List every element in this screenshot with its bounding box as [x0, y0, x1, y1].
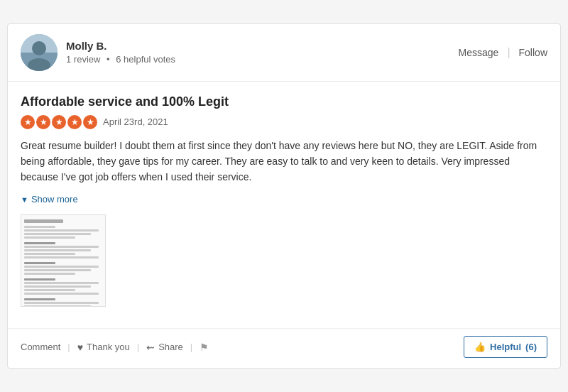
- show-more-arrow: ▼: [21, 195, 28, 204]
- star-4: ★: [67, 115, 82, 129]
- doc-line: [24, 236, 75, 239]
- header-actions: Message | Follow: [459, 46, 547, 59]
- comment-action[interactable]: Comment: [21, 342, 60, 352]
- show-more-label: Show more: [31, 194, 78, 205]
- helpful-count: (6): [525, 342, 537, 352]
- heart-icon: ♥: [77, 342, 83, 353]
- doc-line: [24, 229, 99, 232]
- doc-preview: [21, 215, 105, 306]
- user-details: Molly B. 1 review • 6 helpful votes: [66, 40, 175, 65]
- doc-line: [24, 246, 99, 248]
- doc-line: [24, 249, 91, 251]
- helpful-button[interactable]: 👍 Helpful (6): [464, 336, 547, 358]
- doc-line: [24, 273, 75, 275]
- follow-link[interactable]: Follow: [519, 47, 547, 58]
- thumbs-up-icon: 👍: [474, 342, 486, 352]
- star-2: ★: [36, 115, 50, 129]
- doc-line: [24, 302, 99, 304]
- star-1: ★: [21, 115, 35, 129]
- dot-separator: •: [106, 54, 110, 65]
- doc-line: [24, 298, 55, 300]
- actions-divider: |: [507, 46, 510, 59]
- review-card: Molly B. 1 review • 6 helpful votes Mess…: [7, 23, 561, 369]
- doc-line: [24, 269, 91, 271]
- helpful-label: Helpful: [490, 342, 521, 352]
- thank-you-label: Thank you: [87, 342, 130, 352]
- review-footer: Comment | ♥ Thank you | ⇜ Share | ⚑ 👍 He…: [8, 328, 560, 368]
- comment-label: Comment: [21, 342, 60, 352]
- sep-2: |: [137, 342, 139, 352]
- doc-line: [24, 293, 99, 295]
- review-stars-row: ★ ★ ★ ★ ★ April 23rd, 2021: [21, 115, 547, 129]
- doc-section: [24, 242, 102, 258]
- sep-1: |: [67, 342, 70, 352]
- doc-thumbnail[interactable]: [21, 214, 106, 307]
- doc-line: [24, 285, 91, 288]
- share-icon: ⇜: [146, 342, 155, 353]
- doc-line: [24, 219, 63, 223]
- doc-section: [24, 262, 102, 275]
- share-label: Share: [158, 342, 183, 352]
- flag-icon[interactable]: ⚑: [200, 342, 209, 353]
- user-info: Molly B. 1 review • 6 helpful votes: [21, 34, 175, 71]
- doc-line: [24, 305, 91, 307]
- user-name: Molly B.: [66, 40, 175, 52]
- doc-line: [24, 282, 99, 284]
- message-link[interactable]: Message: [459, 47, 499, 58]
- review-body: Affordable service and 100% Legit ★ ★ ★ …: [8, 82, 560, 329]
- user-header: Molly B. 1 review • 6 helpful votes Mess…: [8, 24, 560, 82]
- doc-line: [24, 242, 55, 244]
- review-title: Affordable service and 100% Legit: [21, 94, 547, 109]
- sep-3: |: [190, 342, 192, 352]
- user-meta: 1 review • 6 helpful votes: [66, 54, 175, 65]
- svg-point-2: [32, 41, 46, 55]
- doc-line: [24, 226, 55, 228]
- review-text: Great resume builder! I doubt them at fi…: [21, 138, 547, 185]
- star-rating: ★ ★ ★ ★ ★: [21, 115, 97, 129]
- doc-line: [24, 262, 55, 264]
- footer-left: Comment | ♥ Thank you | ⇜ Share | ⚑: [21, 342, 209, 353]
- doc-section: [24, 298, 102, 307]
- star-3: ★: [52, 115, 66, 129]
- doc-line: [24, 266, 99, 268]
- doc-line: [24, 289, 75, 291]
- doc-section: [24, 278, 102, 295]
- doc-line: [24, 278, 55, 281]
- share-action[interactable]: ⇜ Share: [146, 342, 183, 353]
- review-date: April 23rd, 2021: [103, 116, 168, 127]
- thank-you-action[interactable]: ♥ Thank you: [77, 342, 130, 353]
- reviews-count: 1 review: [66, 54, 100, 65]
- doc-line: [24, 256, 99, 258]
- doc-line: [24, 233, 91, 235]
- helpful-votes: 6 helpful votes: [116, 54, 175, 65]
- star-5: ★: [83, 115, 97, 129]
- thumbnail-container: [21, 214, 547, 307]
- show-more-link[interactable]: ▼ Show more: [21, 194, 78, 205]
- doc-line: [24, 253, 75, 255]
- avatar: [21, 34, 58, 71]
